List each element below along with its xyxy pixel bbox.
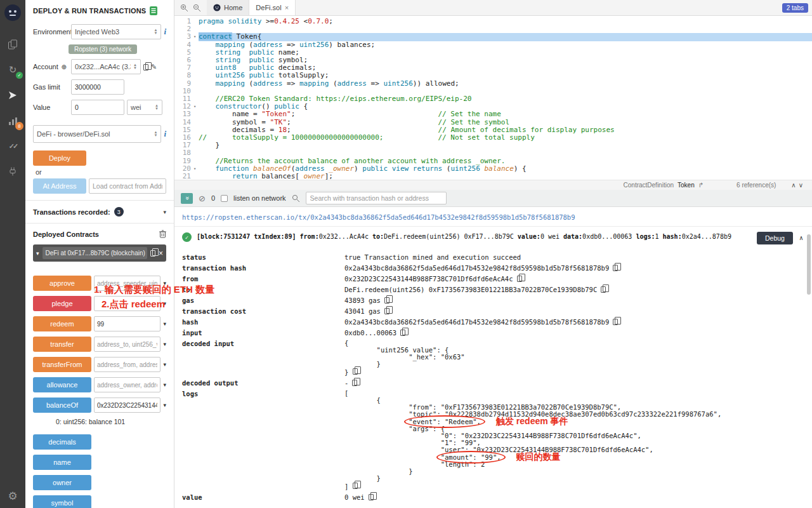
transaction-summary-row[interactable]: ✓ [block:7531247 txIndex:89] from:0x232.…	[174, 226, 812, 250]
code-line[interactable]: 2	[174, 25, 812, 33]
terminal-toggle-icon[interactable]: »	[181, 193, 193, 204]
zoom-in-icon[interactable]	[180, 4, 188, 12]
code-line[interactable]: 1pragma solidity >=0.4.25 <0.7.0;	[174, 18, 812, 25]
fold-icon[interactable]	[191, 149, 199, 157]
solidity-compiler-icon[interactable]: ↻✓	[6, 64, 20, 76]
debug-button[interactable]: Debug	[757, 232, 793, 244]
redeem-args-input[interactable]	[94, 316, 160, 331]
copy-icon[interactable]	[352, 380, 357, 386]
at-address-input[interactable]	[89, 178, 166, 194]
fold-icon[interactable]	[191, 88, 199, 95]
etherscan-link[interactable]: https://ropsten.etherscan.io/tx/0x2a4343…	[182, 213, 575, 221]
fold-icon[interactable]	[191, 157, 199, 165]
owner-button[interactable]: owner	[33, 475, 91, 490]
chevron-down-icon[interactable]: ▾	[163, 361, 166, 368]
analysis-icon[interactable]: 8	[6, 114, 20, 127]
deploy-button[interactable]: Deploy	[33, 150, 86, 166]
pledge-button[interactable]: pledge	[33, 296, 91, 311]
fold-icon[interactable]	[191, 134, 199, 142]
approve-button[interactable]: approve	[33, 276, 91, 291]
docs-book-icon[interactable]	[150, 6, 157, 15]
contract-info-icon[interactable]: i	[164, 129, 166, 139]
copy-icon[interactable]	[601, 286, 606, 293]
transferFrom-button[interactable]: transferFrom	[33, 357, 91, 372]
code-line[interactable]: 16// totalSupply = 100000000000000000000…	[174, 134, 812, 142]
fold-icon[interactable]	[191, 110, 199, 118]
chevron-down-icon[interactable]: ▾	[163, 341, 166, 347]
tab-home[interactable]: Home	[207, 0, 249, 15]
fold-icon[interactable]	[191, 49, 199, 57]
fold-icon[interactable]: ▾	[191, 33, 199, 41]
copy-icon[interactable]	[613, 319, 618, 325]
chevron-down-icon[interactable]: ▾	[36, 250, 39, 257]
fold-icon[interactable]	[191, 57, 199, 64]
listen-network-checkbox[interactable]	[221, 195, 228, 202]
copy-icon[interactable]	[384, 297, 390, 304]
fold-icon[interactable]	[191, 119, 199, 126]
environment-select[interactable]: Injected Web3 ▲▼	[71, 24, 161, 39]
redeem-button[interactable]: redeem	[33, 316, 91, 331]
allowance-args-input[interactable]	[94, 377, 160, 392]
unit-testing-icon[interactable]: ✓✓	[6, 140, 20, 152]
fold-icon[interactable]	[191, 64, 199, 72]
balanceOf-button[interactable]: balanceOf	[33, 398, 91, 413]
file-explorer-icon[interactable]	[6, 38, 20, 51]
terminal-search-input[interactable]	[306, 192, 447, 204]
copy-icon[interactable]	[384, 308, 390, 314]
breadcrumb-nav-icons[interactable]: ∧∨	[791, 182, 806, 189]
references-count[interactable]: 6 reference(s)	[737, 182, 776, 189]
gas-limit-input[interactable]	[71, 79, 124, 95]
fold-icon[interactable]: ▾	[191, 103, 199, 110]
deploy-run-icon[interactable]	[6, 89, 20, 102]
fold-icon[interactable]	[191, 126, 199, 134]
account-select[interactable]: 0x232...AcA4c (3.34668... ▲▼	[71, 59, 141, 74]
copy-icon[interactable]	[369, 494, 374, 500]
plugin-manager-icon[interactable]	[6, 165, 20, 178]
fold-icon[interactable]	[191, 41, 199, 49]
remix-logo[interactable]	[4, 4, 22, 22]
chevron-down-icon[interactable]: ▾	[163, 209, 166, 215]
tab-defi-sol[interactable]: DeFi.sol ×	[249, 0, 296, 15]
copy-account-icon[interactable]	[143, 64, 148, 70]
contract-select[interactable]: DeFi - browser/DeFi.sol ▲▼	[33, 125, 161, 143]
close-instance-icon[interactable]: ×	[159, 249, 163, 258]
trash-icon[interactable]	[159, 230, 166, 238]
code-editor[interactable]: 1pragma solidity >=0.4.25 <0.7.0;2 3▾con…	[174, 16, 812, 180]
transfer-button[interactable]: transfer	[33, 337, 91, 352]
clear-console-icon[interactable]: ⊘	[199, 194, 206, 203]
value-input[interactable]	[71, 100, 124, 115]
value-unit-select[interactable]: wei ▲▼	[127, 100, 162, 115]
goto-reference-icon[interactable]: ↱	[698, 182, 704, 189]
fold-icon[interactable]	[191, 95, 199, 103]
approve-args-input[interactable]	[94, 276, 160, 291]
collapse-details-icon[interactable]: ∧	[799, 234, 803, 241]
balanceOf-args-input[interactable]	[94, 398, 160, 413]
copy-icon[interactable]	[400, 330, 405, 336]
copy-icon[interactable]	[517, 276, 522, 282]
code-line[interactable]: 17 }	[174, 142, 812, 149]
copy-icon[interactable]	[353, 483, 358, 489]
deployed-contract-instance[interactable]: ▾ DeFi at 0xF17...8b79C (blockchain) ×	[33, 244, 166, 262]
fold-icon[interactable]	[191, 25, 199, 33]
name-button[interactable]: name	[33, 455, 91, 470]
chevron-down-icon[interactable]: ▾	[163, 382, 166, 388]
allowance-button[interactable]: allowance	[33, 377, 91, 392]
chevron-down-icon[interactable]: ▾	[163, 321, 166, 327]
chevron-down-icon[interactable]: ▾	[163, 280, 166, 286]
zoom-out-icon[interactable]	[193, 4, 201, 12]
transferFrom-args-input[interactable]	[94, 357, 160, 372]
breadcrumb-symbol[interactable]: Token	[678, 182, 695, 189]
settings-gear-icon[interactable]: ⚙	[8, 490, 17, 503]
edit-account-icon[interactable]: ✎	[151, 63, 157, 71]
code-line[interactable]: 21 return balances[_owner];	[174, 173, 812, 180]
chevron-down-icon[interactable]: ▾	[163, 402, 166, 408]
fold-icon[interactable]: ▾	[191, 165, 199, 173]
symbol-button[interactable]: symbol	[33, 495, 91, 508]
fold-icon[interactable]	[191, 80, 199, 88]
fold-icon[interactable]	[191, 72, 199, 79]
pledge-args-input[interactable]	[94, 296, 160, 311]
decimals-button[interactable]: decimals	[33, 434, 91, 450]
copy-instance-icon[interactable]	[150, 250, 155, 257]
copy-icon[interactable]	[353, 368, 358, 375]
fold-icon[interactable]	[191, 18, 199, 25]
